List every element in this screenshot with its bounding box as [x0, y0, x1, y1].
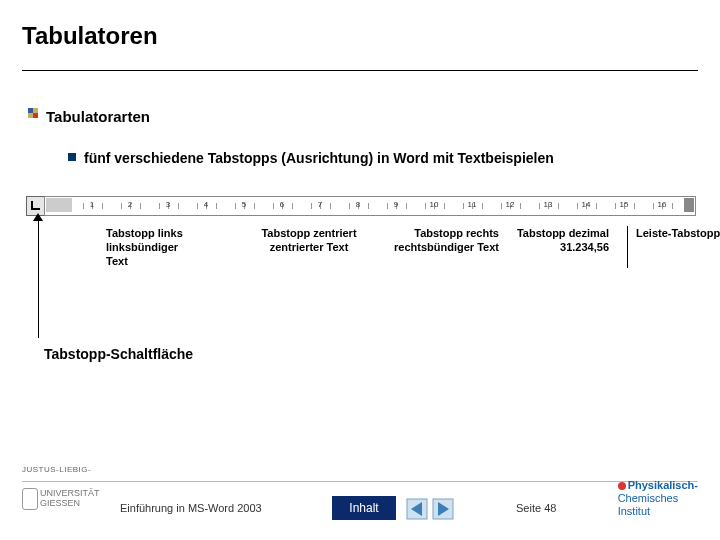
ruler-tick-label: 1 — [90, 200, 94, 209]
ruler-tick-label: 16 — [658, 200, 667, 209]
bullet-level2: fünf verschiedene Tabstopps (Ausrichtung… — [84, 150, 554, 166]
bullet-icon — [28, 108, 38, 118]
example-bar-tab: Leiste-Tabstopp — [636, 226, 720, 240]
ruler-tick-label: 13 — [544, 200, 553, 209]
ruler-scale: 12345678910111213141516 — [73, 198, 683, 212]
dot-icon — [618, 482, 626, 490]
institute-logo: Physikalisch- Chemisches Institut — [618, 479, 698, 518]
page-number: Seite 48 — [516, 502, 556, 514]
university-name-1: JUSTUS-LIEBIG- — [22, 465, 91, 474]
tabstop-examples: Tabstopp links linksbündiger Text Tabsto… — [44, 226, 694, 296]
ruler-tick-label: 3 — [166, 200, 170, 209]
footer-divider — [22, 481, 698, 482]
page-title: Tabulatoren — [22, 22, 158, 50]
ruler-tick-label: 9 — [394, 200, 398, 209]
pointer-line — [38, 218, 39, 338]
example-center-tab: Tabstopp zentriert zentrierter Text — [249, 226, 369, 254]
ruler-tick-label: 5 — [242, 200, 246, 209]
next-button[interactable] — [432, 498, 454, 520]
example-decimal-tab: Tabstopp dezimal 31.234,56 — [499, 226, 609, 254]
bar-tab-line — [627, 226, 628, 268]
ruler-margin-right — [684, 198, 694, 212]
ruler-tick-label: 7 — [318, 200, 322, 209]
ruler-tick-label: 4 — [204, 200, 208, 209]
arrow-up-icon — [33, 213, 43, 221]
bullet-icon — [68, 153, 76, 161]
ruler-tick-label: 8 — [356, 200, 360, 209]
institute-line2: Chemisches — [618, 492, 679, 504]
example-right-tab: Tabstopp rechts rechtsbündiger Text — [369, 226, 499, 254]
tabstop-button-caption: Tabstopp-Schaltfläche — [44, 346, 193, 362]
university-name-3: GIESSEN — [40, 498, 80, 508]
ruler-tick-label: 11 — [468, 200, 477, 209]
bullet-level1: Tabulatorarten — [46, 108, 150, 125]
example-left-tab: Tabstopp links linksbündiger Text — [106, 226, 183, 268]
university-name-2: UNIVERSITÄT — [40, 488, 100, 498]
university-logo — [22, 488, 38, 510]
svg-rect-2 — [33, 113, 38, 118]
prev-button[interactable] — [406, 498, 428, 520]
svg-rect-1 — [28, 108, 33, 113]
title-divider — [22, 70, 698, 71]
contents-button[interactable]: Inhalt — [332, 496, 396, 520]
ruler-tick-label: 15 — [620, 200, 629, 209]
ruler-tick-label: 14 — [582, 200, 591, 209]
course-title: Einführung in MS-Word 2003 — [120, 502, 262, 514]
word-ruler: 12345678910111213141516 — [44, 196, 696, 216]
ruler-tick-label: 10 — [430, 200, 439, 209]
ruler-margin-left — [46, 198, 72, 212]
institute-line3: Institut — [618, 505, 650, 517]
ruler-tick-label: 6 — [280, 200, 284, 209]
institute-line1: Physikalisch- — [628, 479, 698, 491]
ruler-tick-label: 12 — [506, 200, 515, 209]
ruler-tick-label: 2 — [128, 200, 132, 209]
